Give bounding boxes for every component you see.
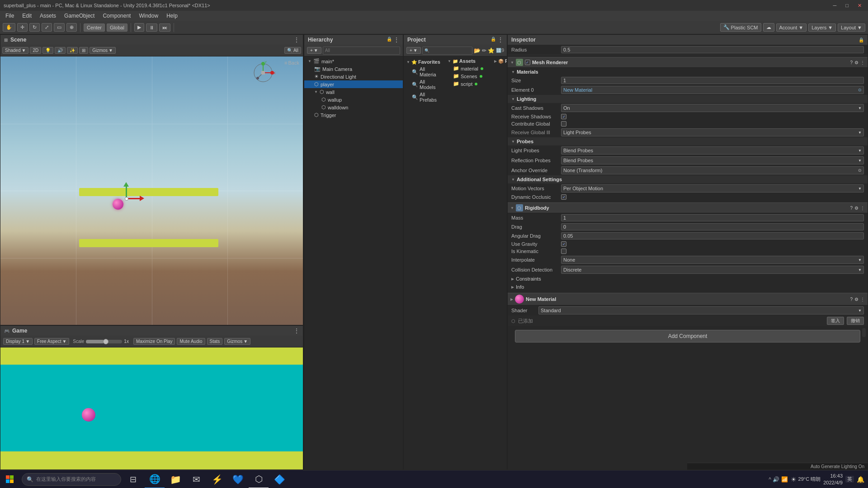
fx-toggle[interactable]: ✨ [67,47,78,54]
scene-viewport[interactable]: ≡ Back Y X [0,56,303,325]
all-btn[interactable]: 🔍 All [284,47,301,54]
hand-tool-button[interactable]: ✋ [3,23,15,32]
2d-toggle[interactable]: 2D [30,47,41,54]
rotate-tool-button[interactable]: ↻ [29,23,40,32]
game-gizmos-btn[interactable]: Gizmos ▼ [224,338,250,345]
drag-input[interactable] [561,223,864,230]
favorites-header[interactable]: ▼ ⭐ Favorites [406,58,442,66]
hierarchy-search-input[interactable] [323,47,400,55]
menu-assets[interactable]: Assets [36,12,60,20]
mesh-renderer-help-icon[interactable]: ? [850,60,853,65]
maximize-on-play-btn[interactable]: Maximize On Play [133,338,175,345]
angular-drag-input[interactable] [561,232,864,239]
lighting-toggle[interactable]: 💡 [42,47,53,54]
rigidbody-menu-icon[interactable]: ⋮ [860,206,865,211]
hierarchy-item-walldown[interactable]: ⬡ walldown [304,103,403,111]
hierarchy-item-player[interactable]: ⬡ player [304,80,403,88]
mail-app[interactable]: ✉ [186,470,206,488]
materials-header[interactable]: ▼ Materials [508,68,868,76]
rect-tool-button[interactable]: ▭ [54,23,65,32]
account-button[interactable]: Account ▼ [776,23,807,32]
cast-shadows-dropdown[interactable]: On ▼ [561,104,864,112]
tray-icons[interactable]: ^ 🔊 📶 [769,476,788,483]
scene-more-btn[interactable]: ⋮ [294,37,299,43]
interpolate-dropdown[interactable]: None ▼ [561,256,864,264]
sign-in-btn[interactable]: 签入 [827,317,844,325]
light-probes-dropdown[interactable]: Blend Probes ▼ [561,146,864,155]
app5[interactable]: ⚡ [207,470,227,488]
project-icon2[interactable]: ✏ [482,47,486,54]
favorites-item-all-prefabs[interactable]: 🔍 All Prefabs [406,91,442,103]
lang-indicator[interactable]: 英 [845,476,854,483]
hierarchy-more-btn[interactable]: ⋮ [394,37,399,43]
constraints-row[interactable]: ▶ Constraints [508,275,868,283]
inspector-scrollbar[interactable] [862,328,866,337]
shader-dropdown[interactable]: Standard ▼ [538,306,864,314]
radius-input[interactable] [561,46,864,53]
probes-header[interactable]: ▼ Probes [508,137,868,145]
anchor-override-value[interactable]: None (Transform) ⊙ [561,166,864,174]
move-tool-button[interactable]: ✛ [17,23,28,32]
receive-global-dropdown[interactable]: Light Probes ▼ [561,128,864,136]
aspect-dropdown[interactable]: Free Aspect ▼ [34,338,69,345]
unity-app[interactable]: ⬡ [249,470,269,488]
project-icon1[interactable]: 📂 [474,47,481,54]
layers-button[interactable]: Layers ▼ [808,23,836,32]
vscode-app[interactable]: 💙 [228,470,248,488]
step-button[interactable]: ⏭ [159,23,170,32]
mass-input[interactable] [561,214,864,221]
collision-detection-dropdown[interactable]: Discrete ▼ [561,266,864,274]
favorites-item-all-models[interactable]: 🔍 All Models [406,78,442,91]
multi-tool-button[interactable]: ⊕ [66,23,77,32]
menu-component[interactable]: Component [99,12,134,20]
rigidbody-header[interactable]: ▼ ⬡ Rigidbody ? ⚙ ⋮ [508,202,868,213]
reflection-probes-dropdown[interactable]: Blend Probes ▼ [561,156,864,164]
size-input[interactable] [561,77,864,84]
favorites-item-all-materials[interactable]: 🔍 All Materia [406,66,442,78]
add-hierarchy-btn[interactable]: +▼ [307,47,321,54]
pause-button[interactable]: ⏸ [146,23,157,32]
inspector-scroll[interactable]: Radius ▼ ⬡ ✓ Mesh Renderer ? ⚙ ⋮ ▼ [508,45,868,469]
info-row[interactable]: ▶ Info [508,283,868,291]
element0-value[interactable]: New Material ⊙ [561,86,864,94]
hierarchy-item-directional-light[interactable]: ☀ Directional Light [304,73,403,80]
contribute-global-checkbox[interactable] [561,121,566,127]
hierarchy-item-wall[interactable]: ▼ ⬡ wall [304,88,403,96]
terminal-app[interactable]: 🔷 [269,470,289,488]
display-dropdown[interactable]: Display 1 ▼ [3,338,33,345]
play-button[interactable]: ▶ [134,23,144,32]
hierarchy-item-main-camera[interactable]: 📷 Main Camera [304,65,403,73]
scale-tool-button[interactable]: ⤢ [42,23,52,32]
rigidbody-settings-icon[interactable]: ⚙ [854,206,859,211]
start-button[interactable] [0,470,20,488]
menu-gameobject[interactable]: GameObject [61,12,98,20]
motion-vectors-dropdown[interactable]: Per Object Motion ▼ [561,184,864,192]
hierarchy-lock-icon[interactable]: 🔒 [387,37,392,43]
inspector-lock-icon[interactable]: 🔒 [859,38,864,42]
mesh-renderer-menu-icon[interactable]: ⋮ [860,60,865,65]
layout-button[interactable]: Layout ▼ [838,23,865,32]
lighting-header[interactable]: ▼ Lighting [508,95,868,103]
assets-header[interactable]: ▼ 📁 Assets [448,57,489,65]
scale-slider[interactable] [86,340,122,343]
rigidbody-help-icon[interactable]: ? [850,206,853,211]
explorer-app[interactable]: 📁 [165,470,185,488]
menu-window[interactable]: Window [135,12,162,20]
packages-header[interactable]: ▶ 📦 Packages [494,57,507,65]
assets-item-material[interactable]: 📁 material [448,65,489,72]
mesh-renderer-checkbox[interactable]: ✓ [525,60,530,65]
gizmos-btn[interactable]: Gizmos ▼ [90,47,116,54]
add-component-btn[interactable]: Add Component [515,330,860,343]
game-more-btn[interactable]: ⋮ [294,328,299,334]
new-material-settings-icon[interactable]: ⚙ [854,297,859,302]
grid-toggle[interactable]: ⊞ [79,47,88,54]
minimize-button[interactable]: ─ [830,2,840,9]
edge-app[interactable]: 🌐 [145,470,165,488]
menu-file[interactable]: File [2,12,18,20]
taskbar-search[interactable]: 🔍 在这里输入你要搜索的内容 [22,473,121,486]
mesh-renderer-header[interactable]: ▼ ⬡ ✓ Mesh Renderer ? ⚙ ⋮ [508,57,868,68]
hierarchy-item-main[interactable]: ▼ 🎬 main* [304,57,403,65]
additional-settings-header[interactable]: ▼ Additional Settings [508,175,868,183]
menu-edit[interactable]: Edit [19,12,35,20]
project-lock-icon[interactable]: 🔒 [491,37,496,43]
